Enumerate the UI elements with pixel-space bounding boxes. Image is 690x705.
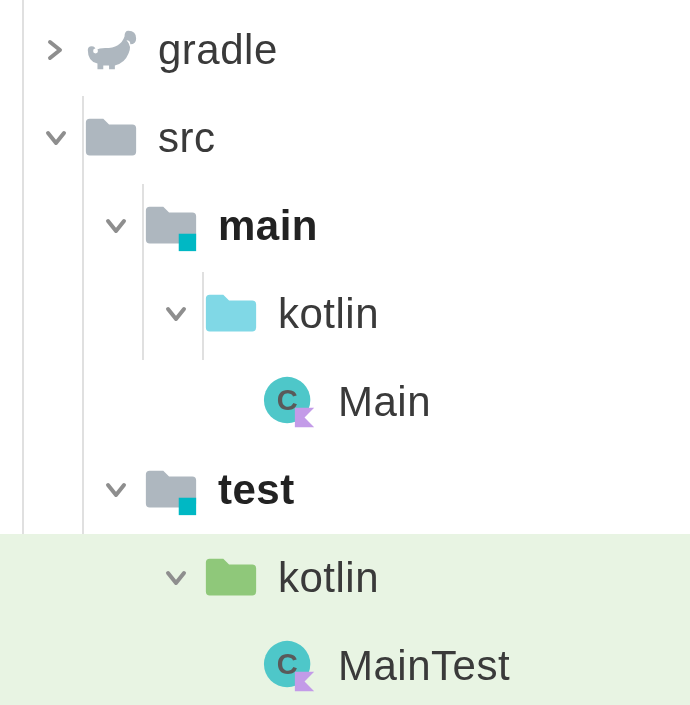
tree-node-label: Main — [338, 378, 431, 426]
chevron-down-icon[interactable] — [104, 214, 128, 238]
tree-node-label: gradle — [158, 26, 278, 74]
chevron-down-icon[interactable] — [104, 478, 128, 502]
tree-node-main[interactable]: main — [0, 182, 690, 270]
tree-node-maintest-class[interactable]: MainTest — [0, 622, 690, 705]
tree-node-label: MainTest — [338, 642, 510, 690]
tree-node-label: test — [218, 466, 295, 514]
folder-cyan-icon — [202, 285, 260, 343]
gradle-icon — [82, 21, 140, 79]
tree-node-test[interactable]: test — [0, 446, 690, 534]
svg-rect-3 — [179, 234, 196, 251]
kotlin-class-icon — [262, 637, 320, 695]
svg-rect-4 — [179, 498, 196, 515]
tree-node-label: src — [158, 114, 216, 162]
folder-gray-icon — [82, 109, 140, 167]
tree-node-main-kotlin[interactable]: kotlin — [0, 270, 690, 358]
kotlin-class-icon — [262, 373, 320, 431]
tree-node-test-kotlin[interactable]: kotlin — [0, 534, 690, 622]
tree-node-label: main — [218, 202, 318, 250]
folder-green-icon — [202, 549, 260, 607]
tree-node-label: kotlin — [278, 290, 379, 338]
tree-node-label: kotlin — [278, 554, 379, 602]
project-tree: gradle src main kotlin — [0, 0, 690, 705]
tree-node-src[interactable]: src — [0, 94, 690, 182]
chevron-down-icon[interactable] — [164, 566, 188, 590]
tree-node-gradle[interactable]: gradle — [0, 6, 690, 94]
tree-node-main-class[interactable]: Main — [0, 358, 690, 446]
chevron-right-icon[interactable] — [44, 38, 68, 62]
folder-gray-marked-icon — [142, 461, 200, 519]
chevron-down-icon[interactable] — [164, 302, 188, 326]
chevron-down-icon[interactable] — [44, 126, 68, 150]
folder-gray-marked-icon — [142, 197, 200, 255]
